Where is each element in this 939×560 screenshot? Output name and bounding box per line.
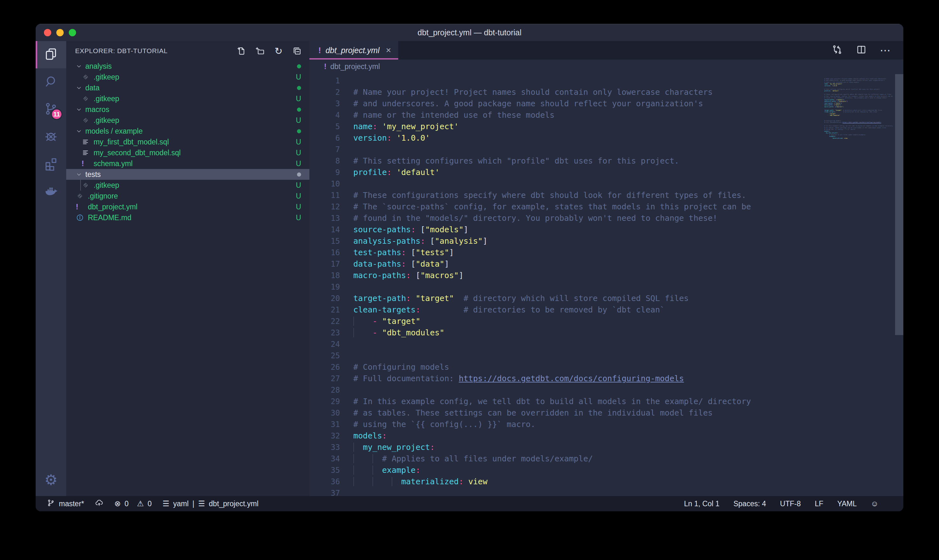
encoding-item[interactable]: UTF-8 bbox=[780, 500, 801, 508]
code-line[interactable]: 36 materialized: view bbox=[309, 476, 820, 488]
tree-item-models-example[interactable]: models / example bbox=[66, 126, 309, 137]
tree-item-label: schema.yml bbox=[94, 159, 133, 168]
code-line[interactable]: 29# In this example config, we tell dbt … bbox=[309, 396, 820, 407]
line-content: # using the `{{ config(...) }}` macro. bbox=[340, 419, 536, 430]
code-line[interactable]: 25 bbox=[309, 350, 820, 362]
git-branch-item[interactable]: master* bbox=[46, 498, 84, 509]
outline-item[interactable]: ☰ yaml | ☰ dbt_project.yml bbox=[162, 499, 259, 508]
tree-item--gitkeep[interactable]: .gitkeepU bbox=[66, 93, 309, 104]
code-line[interactable]: 23 - "dbt_modules" bbox=[309, 327, 820, 338]
new-folder-icon[interactable] bbox=[255, 46, 265, 56]
code-line[interactable]: 10 bbox=[309, 178, 820, 190]
indentation-item[interactable]: Spaces: 4 bbox=[733, 500, 766, 508]
outline-language: yaml bbox=[173, 500, 189, 508]
tree-item-analysis[interactable]: analysis bbox=[66, 61, 309, 72]
split-editor-icon[interactable] bbox=[856, 44, 867, 57]
publish-item[interactable] bbox=[95, 498, 103, 509]
code-line[interactable]: 12# The `source-paths` config, for examp… bbox=[309, 201, 820, 212]
code-editor[interactable]: 12# Name your project! Project names sho… bbox=[309, 74, 904, 496]
editor-scrollbar[interactable] bbox=[895, 74, 904, 335]
folder-status-dot bbox=[297, 172, 301, 177]
activity-docker[interactable] bbox=[35, 178, 66, 205]
more-actions-icon[interactable]: ⋯ bbox=[880, 44, 891, 57]
tree-item-macros[interactable]: macros bbox=[66, 104, 309, 115]
code-line[interactable]: 37 bbox=[309, 488, 820, 496]
code-line[interactable]: 27# Full documentation: https://docs.get… bbox=[309, 373, 820, 385]
tree-item-my-first-dbt-model-sql[interactable]: my_first_dbt_model.sqlU bbox=[66, 137, 309, 147]
code-line[interactable]: 17data-paths: ["data"] bbox=[309, 258, 820, 270]
zoom-window-button[interactable] bbox=[69, 29, 76, 36]
eol-item[interactable]: LF bbox=[815, 500, 824, 508]
git-status-badge: U bbox=[296, 149, 301, 157]
code-line[interactable]: 22 - "target" bbox=[309, 315, 820, 327]
open-changes-icon[interactable] bbox=[831, 44, 843, 57]
code-line[interactable]: 1 bbox=[309, 75, 820, 86]
code-line[interactable]: 4# name or the intended use of these mod… bbox=[309, 109, 820, 121]
code-line[interactable]: 26# Configuring models bbox=[309, 362, 820, 373]
tree-item-my-second-dbt-model-sql[interactable]: my_second_dbt_model.sqlU bbox=[66, 147, 309, 158]
code-line[interactable]: 34 # Applies to all files under models/e… bbox=[309, 453, 820, 465]
tree-item-schema-yml[interactable]: !schema.ymlU bbox=[66, 158, 309, 169]
code-line[interactable]: 30# as tables. These settings can be ove… bbox=[309, 407, 820, 419]
code-line[interactable]: 14source-paths: ["models"] bbox=[309, 224, 820, 235]
refresh-icon[interactable]: ↻ bbox=[273, 46, 284, 56]
code-line[interactable]: 2# Name your project! Project names shou… bbox=[309, 86, 820, 98]
folder-status-dot bbox=[297, 129, 301, 133]
code-line[interactable]: 7 bbox=[309, 144, 820, 155]
code-line[interactable]: 8# This setting configures which "profil… bbox=[309, 155, 820, 167]
code-line[interactable]: 20target-path: "target" # directory whic… bbox=[309, 293, 820, 304]
new-file-icon[interactable] bbox=[236, 46, 247, 56]
activity-settings[interactable]: ⚙ bbox=[35, 466, 66, 494]
code-lines[interactable]: 12# Name your project! Project names sho… bbox=[309, 75, 820, 496]
tree-item--gitkeep[interactable]: .gitkeepU bbox=[66, 180, 309, 191]
code-line[interactable]: 28 bbox=[309, 385, 820, 396]
cursor-position[interactable]: Ln 1, Col 1 bbox=[684, 500, 719, 508]
activity-debug[interactable] bbox=[35, 123, 66, 151]
code-line[interactable]: 21clean-targets: # directories to be rem… bbox=[309, 304, 820, 315]
code-line[interactable]: 31# using the `{{ config(...) }}` macro. bbox=[309, 419, 820, 430]
code-line[interactable]: 9profile: 'default' bbox=[309, 167, 820, 178]
breadcrumb[interactable]: ! dbt_project.yml bbox=[309, 60, 904, 74]
tree-item--gitkeep[interactable]: .gitkeepU bbox=[66, 115, 309, 126]
tab-close-icon[interactable]: × bbox=[386, 45, 391, 55]
line-number: 35 bbox=[309, 465, 340, 476]
tree-item--gitkeep[interactable]: .gitkeepU bbox=[66, 72, 309, 82]
tree-item--gitignore[interactable]: .gitignoreU bbox=[66, 191, 309, 202]
language-mode-item[interactable]: YAML bbox=[837, 500, 857, 508]
file-tree: analysis.gitkeepUdata.gitkeepUmacros.git… bbox=[66, 61, 309, 223]
code-line[interactable]: 33 my_new_project: bbox=[309, 442, 820, 453]
code-line[interactable]: 13# found in the "models/" directory. Yo… bbox=[309, 212, 820, 224]
activity-explorer[interactable] bbox=[35, 41, 66, 68]
close-window-button[interactable] bbox=[44, 29, 51, 36]
code-line[interactable]: 18macro-paths: ["macros"] bbox=[309, 270, 820, 281]
line-number: 28 bbox=[309, 385, 340, 396]
code-line[interactable]: 3# and underscores. A good package name … bbox=[309, 98, 820, 109]
tree-item-label: README.md bbox=[88, 214, 131, 222]
problems-item[interactable]: ⊗ 0 ⚠ 0 bbox=[114, 499, 151, 508]
line-number: 6 bbox=[309, 132, 340, 144]
breadcrumb-file[interactable]: dbt_project.yml bbox=[330, 62, 380, 71]
line-number: 7 bbox=[309, 144, 340, 155]
activity-search[interactable] bbox=[35, 68, 66, 96]
tab-dbt-project-yml[interactable]: ! dbt_project.yml × bbox=[309, 41, 398, 60]
line-content: # Applies to all files under models/exam… bbox=[340, 453, 593, 465]
activity-source-control[interactable]: 11 bbox=[35, 96, 66, 123]
tree-item-dbt-project-yml[interactable]: !dbt_project.ymlU bbox=[66, 202, 309, 212]
code-line[interactable]: 24 bbox=[309, 338, 820, 350]
collapse-all-icon[interactable] bbox=[292, 46, 302, 56]
feedback-smiley-icon[interactable]: ☺ bbox=[871, 499, 879, 508]
code-line[interactable]: 35 example: bbox=[309, 465, 820, 476]
code-line[interactable]: 16test-paths: ["tests"] bbox=[309, 247, 820, 258]
code-line[interactable]: 15analysis-paths: ["analysis"] bbox=[309, 235, 820, 247]
minimize-window-button[interactable] bbox=[56, 29, 64, 36]
tree-item-tests[interactable]: tests bbox=[66, 169, 309, 180]
code-line[interactable]: 32models: bbox=[309, 430, 820, 442]
code-line[interactable]: 19 bbox=[309, 281, 820, 293]
minimap[interactable]: # Name your project! Project names shoul… bbox=[824, 76, 893, 141]
tree-item-data[interactable]: data bbox=[66, 82, 309, 93]
code-line[interactable]: 5name: 'my_new_project' bbox=[309, 121, 820, 132]
activity-extensions[interactable] bbox=[35, 151, 66, 178]
tree-item-readme-md[interactable]: README.mdU bbox=[66, 212, 309, 223]
code-line[interactable]: 6version: '1.0.0' bbox=[309, 132, 820, 144]
code-line[interactable]: 11# These configurations specify where d… bbox=[309, 190, 820, 201]
